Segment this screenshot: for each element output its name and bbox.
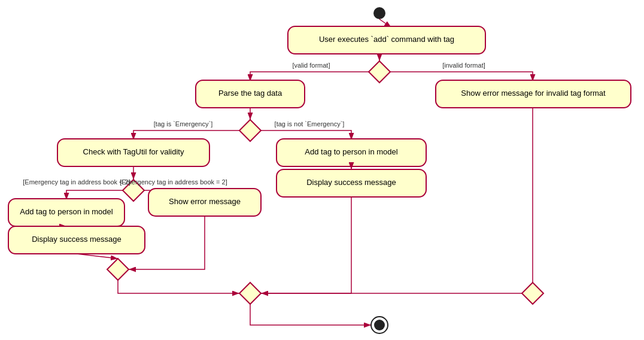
label-invalid-format: [invalid format] [442,62,485,69]
label-emergency-lt2: [Emergency tag in address book < 2] [23,178,130,186]
edge-error-format-to-merge-right [533,108,543,293]
edge-success-right-to-merge-mid [261,197,351,293]
diamond-merge-mid [239,283,261,304]
label-parse-tag: Parse the tag data [218,89,282,98]
edge-success-left-to-merge-left [77,254,118,259]
start-node [373,7,385,19]
diamond-format [369,61,390,83]
end-node-inner [374,320,385,330]
label-check-tagutil: Check with TagUtil for validity [83,147,184,156]
diamond-merge-right [522,283,543,304]
label-emergency-eq2: [Emergency tag in address book = 2] [120,178,227,186]
label-tag-emergency: [tag is `Emergency`] [154,120,212,128]
uml-diagram: User executes `add` command with tag [va… [0,0,644,340]
edge-merge-left-to-mid [118,280,239,293]
label-add-tag-right: Add tag to person in model [305,147,397,156]
label-tag-not-emergency: [tag is not `Emergency`] [275,120,345,128]
diamond-merge-left [107,259,129,280]
label-user-executes: User executes `add` command with tag [319,35,454,44]
label-show-error: Show error message [169,197,241,206]
label-show-error-format: Show error message for invalid tag forma… [461,89,606,98]
label-display-success-left: Display success message [32,235,121,244]
diagram-container: User executes `add` command with tag [va… [0,0,644,340]
label-valid-format: [valid format] [293,62,330,69]
edge-mid-to-end [250,304,371,325]
diamond-emergency [239,120,261,141]
label-add-tag-left: Add tag to person in model [20,207,113,216]
label-display-success-right: Display success message [306,178,396,187]
